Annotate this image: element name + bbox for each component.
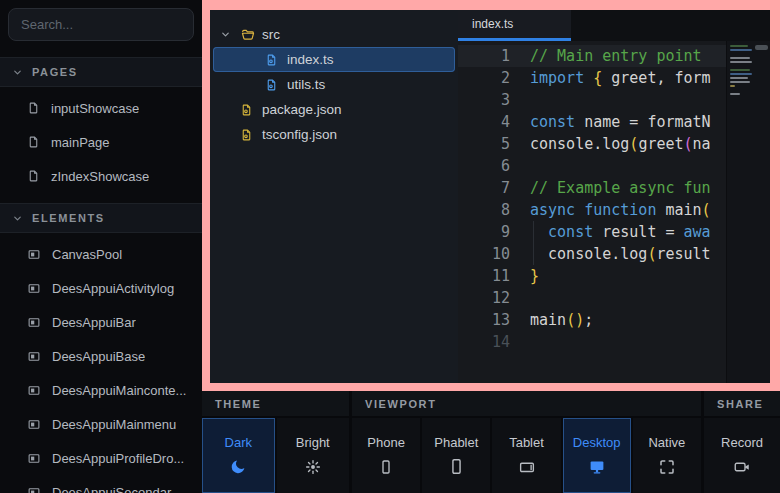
toolbar-button-label: Record bbox=[721, 435, 763, 450]
toolbar-button-tablet[interactable]: Tablet bbox=[492, 418, 560, 493]
sidebar-item-zindexshowcase[interactable]: zIndexShowcase bbox=[0, 159, 202, 193]
sidebar-item-deesappuiactivitylog[interactable]: DeesAppuiActivitylog bbox=[0, 271, 202, 305]
document-icon bbox=[27, 101, 40, 115]
sidebar-item-deesappuisecondar[interactable]: DeesAppuiSecondar... bbox=[0, 475, 202, 493]
code-line: 6 bbox=[458, 155, 770, 177]
line-number: 4 bbox=[458, 113, 510, 131]
minimap-mark bbox=[730, 81, 750, 83]
tree-item-label: utils.ts bbox=[287, 77, 325, 92]
code-line: 12 bbox=[458, 287, 770, 309]
toolbar-button-dark[interactable]: Dark bbox=[202, 418, 275, 493]
code-text: async function main( bbox=[510, 201, 711, 219]
tree-item-label: tsconfig.json bbox=[262, 127, 337, 142]
tree-item-index-ts[interactable]: index.ts bbox=[213, 47, 455, 72]
tree-item-package-json[interactable]: package.json bbox=[213, 97, 455, 122]
ts-file-icon bbox=[265, 78, 287, 92]
sidebar-item-mainpage[interactable]: mainPage bbox=[0, 125, 202, 159]
sidebar-item-label: DeesAppuiActivitylog bbox=[52, 281, 174, 296]
line-number: 5 bbox=[458, 135, 510, 153]
line-number: 14 bbox=[458, 333, 510, 351]
sidebar-item-deesappuiprofiledro[interactable]: DeesAppuiProfileDro... bbox=[0, 441, 202, 475]
line-number: 6 bbox=[458, 157, 510, 175]
toolbar-section-title: SHARE bbox=[717, 398, 764, 410]
code-line: 7 // Example async fun bbox=[458, 177, 770, 199]
minimap-mark bbox=[730, 69, 750, 71]
minimap-mark bbox=[730, 45, 748, 47]
sidebar-section: PAGES inputShowcase mainPage zIndexShowc… bbox=[0, 57, 202, 193]
sidebar-item-inputshowcase[interactable]: inputShowcase bbox=[0, 91, 202, 125]
desktop-icon bbox=[587, 457, 607, 477]
code-line: 3 bbox=[458, 89, 770, 111]
component-icon bbox=[27, 452, 41, 465]
tab-label: index.ts bbox=[472, 17, 513, 31]
toolbar-button-label: Phone bbox=[367, 435, 405, 450]
minimap-mark bbox=[730, 49, 752, 51]
sun-icon bbox=[304, 457, 322, 477]
tree-item-tsconfig-json[interactable]: tsconfig.json bbox=[213, 122, 455, 147]
code-line: 13 main(); bbox=[458, 309, 770, 331]
sidebar-section-header-elements[interactable]: ELEMENTS bbox=[0, 203, 202, 233]
toolbar-button-label: Bright bbox=[296, 435, 330, 450]
toolbar-button-label: Desktop bbox=[573, 435, 621, 450]
code-text: const result = awa bbox=[510, 223, 711, 241]
minimap-mark bbox=[730, 73, 752, 75]
minimap[interactable] bbox=[726, 41, 770, 383]
toolbar-button-label: Dark bbox=[225, 435, 252, 450]
toolbar-button-record[interactable]: Record bbox=[704, 418, 780, 493]
sidebar-sections: PAGES inputShowcase mainPage zIndexShowc… bbox=[0, 57, 202, 493]
preview-frame: src index.ts utils.ts package.json tscon… bbox=[202, 0, 780, 391]
line-number: 2 bbox=[458, 69, 510, 87]
code-line: 4 const name = formatN bbox=[458, 111, 770, 133]
code-text: main(); bbox=[510, 311, 593, 329]
minimap-mark bbox=[730, 77, 748, 79]
toolbar-section-viewport: VIEWPORT Phone Phablet Tablet Desktop Na… bbox=[352, 391, 701, 493]
sidebar-item-label: zIndexShowcase bbox=[51, 169, 149, 184]
line-number: 8 bbox=[458, 201, 510, 219]
sidebar-section-header-pages[interactable]: PAGES bbox=[0, 57, 202, 87]
chevron-down-icon bbox=[12, 213, 23, 224]
code-line: 10 console.log(result bbox=[458, 243, 770, 265]
toolbar-section-header: VIEWPORT bbox=[352, 391, 701, 416]
sidebar-item-deesappuibar[interactable]: DeesAppuiBar bbox=[0, 305, 202, 339]
toolbar-button-bright[interactable]: Bright bbox=[277, 418, 350, 493]
ts-file-icon bbox=[265, 53, 287, 67]
code-line: 8 async function main( bbox=[458, 199, 770, 221]
folder-open-icon bbox=[240, 28, 262, 42]
line-number: 9 bbox=[458, 223, 510, 241]
code-text: } bbox=[510, 267, 539, 285]
bottom-toolbar: THEME Dark Bright VIEWPORT Phone Phablet… bbox=[202, 391, 780, 493]
tab-index-ts[interactable]: index.ts bbox=[458, 10, 571, 41]
sidebar-item-label: DeesAppuiMainconte... bbox=[52, 383, 186, 398]
toolbar-section-title: THEME bbox=[215, 398, 262, 410]
code-area[interactable]: 1 // Main entry point 2 import { greet, … bbox=[458, 41, 770, 383]
toolbar-button-phablet[interactable]: Phablet bbox=[422, 418, 490, 493]
toolbar-section-title: VIEWPORT bbox=[365, 398, 436, 410]
minimap-scrollbar-thumb[interactable] bbox=[755, 45, 768, 50]
tree-item-src[interactable]: src bbox=[213, 22, 455, 47]
toolbar-button-phone[interactable]: Phone bbox=[352, 418, 420, 493]
sidebar-item-label: mainPage bbox=[51, 135, 110, 150]
sidebar-item-deesappuimainmenu[interactable]: DeesAppuiMainmenu bbox=[0, 407, 202, 441]
toolbar-button-label: Tablet bbox=[509, 435, 544, 450]
code-line: 5 console.log(greet(na bbox=[458, 133, 770, 155]
tree-item-utils-ts[interactable]: utils.ts bbox=[213, 72, 455, 97]
code-text: console.log(result bbox=[510, 245, 711, 263]
phone-icon bbox=[377, 457, 395, 477]
code-preview: src index.ts utils.ts package.json tscon… bbox=[210, 10, 770, 383]
sidebar-section-label: ELEMENTS bbox=[32, 212, 105, 224]
search-input[interactable] bbox=[8, 8, 194, 41]
toolbar-button-desktop[interactable]: Desktop bbox=[563, 418, 631, 493]
chevron-down-icon bbox=[220, 29, 240, 40]
component-icon bbox=[27, 486, 41, 493]
toolbar-section-header: SHARE bbox=[704, 391, 780, 416]
file-tree: src index.ts utils.ts package.json tscon… bbox=[210, 10, 458, 383]
sidebar-item-deesappuibase[interactable]: DeesAppuiBase bbox=[0, 339, 202, 373]
minimap-mark bbox=[730, 57, 750, 59]
sidebar-item-canvaspool[interactable]: CanvasPool bbox=[0, 237, 202, 271]
sidebar-section: ELEMENTS CanvasPool DeesAppuiActivitylog… bbox=[0, 203, 202, 493]
tree-item-label: package.json bbox=[262, 102, 342, 117]
toolbar-button-native[interactable]: Native bbox=[633, 418, 701, 493]
sidebar-item-deesappuimainconte[interactable]: DeesAppuiMainconte... bbox=[0, 373, 202, 407]
sidebar-section-label: PAGES bbox=[32, 66, 78, 78]
code-line: 2 import { greet, form bbox=[458, 67, 770, 89]
